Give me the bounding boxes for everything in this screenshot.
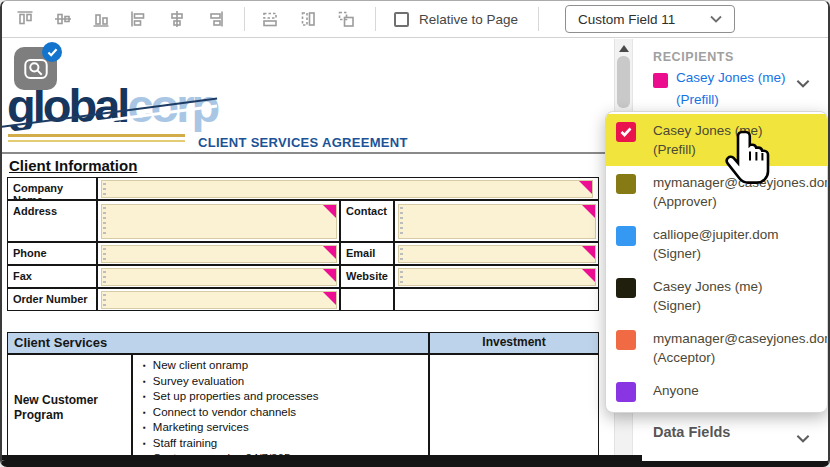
field-flag-icon xyxy=(323,246,336,259)
field-handle[interactable] xyxy=(400,271,403,283)
field-flag-icon xyxy=(582,269,595,282)
logo-underline xyxy=(8,134,185,137)
recipient-option-name: mymanager@caseyjones.dom xyxy=(653,173,828,192)
recipient-color-swatch xyxy=(616,174,636,194)
label-order-number: Order Number xyxy=(7,288,97,311)
field-type-select-value: Custom Field 11 xyxy=(578,12,675,27)
recipient-option[interactable]: mymanager@caseyjones.dom (Approver) xyxy=(606,166,827,218)
toolbar: Relative to Page Custom Field 11 xyxy=(2,1,828,38)
field-handle[interactable] xyxy=(103,271,106,283)
page-cutoff-bar xyxy=(2,455,642,462)
field-handle[interactable] xyxy=(103,207,106,236)
field-flag-icon xyxy=(579,181,592,194)
recipient-option[interactable]: Casey Jones (me) (Signer) xyxy=(606,270,827,322)
recipient-chevron-down-icon[interactable] xyxy=(796,74,810,83)
field-handle[interactable] xyxy=(400,207,403,236)
field-flag-icon xyxy=(323,292,336,305)
recipient-color-swatch xyxy=(616,278,636,298)
recipient-dropdown-menu: Casey Jones (me) (Prefill) mymanager@cas… xyxy=(605,111,828,413)
investment-cell xyxy=(429,354,599,456)
document-title: CLIENT SERVICES AGREEMENT xyxy=(198,135,408,150)
scroll-up-arrow-icon[interactable] xyxy=(619,45,629,52)
align-bottom-icon[interactable] xyxy=(90,9,111,30)
check-icon xyxy=(620,127,632,137)
title-rule xyxy=(2,152,614,154)
form-field-address[interactable] xyxy=(101,204,337,239)
program-bullets-cell: ▪ New client onramp ▪ Survey evaluation … xyxy=(132,354,429,456)
match-width-icon[interactable] xyxy=(259,9,280,30)
data-fields-chevron-down-icon[interactable] xyxy=(796,429,810,447)
recipient-option-role: (Acceptor) xyxy=(653,348,828,367)
field-flag-icon xyxy=(323,205,336,218)
label-address: Address xyxy=(7,200,97,242)
field-type-select[interactable]: Custom Field 11 xyxy=(565,5,735,33)
bullet-item: ▪ Marketing services xyxy=(143,420,428,436)
bullet-glyph: ▪ xyxy=(143,358,146,374)
recipient-option-name: Casey Jones (me) xyxy=(653,277,763,296)
form-field-contact[interactable] xyxy=(398,204,596,239)
recipient-color-swatch xyxy=(616,122,636,142)
form-field-company-name[interactable] xyxy=(101,180,593,198)
recipients-heading: RECIPIENTS xyxy=(653,50,734,64)
form-authoring-window: Relative to Page Custom Field 11 globalc… xyxy=(0,0,830,467)
toolbar-separator xyxy=(375,7,376,31)
recipient-option-name: calliope@jupiter.dom xyxy=(653,225,779,244)
field-handle[interactable] xyxy=(103,183,106,195)
selected-recipient-name[interactable]: Casey Jones (me) xyxy=(676,70,786,85)
bullet-text: Connect to vendor channels xyxy=(153,405,296,421)
program-name-cell: New Customer Program xyxy=(7,354,132,456)
field-flag-icon xyxy=(323,269,336,282)
bullet-text: New client onramp xyxy=(153,358,248,374)
client-services-header: Client Services xyxy=(7,332,429,354)
align-right-icon[interactable] xyxy=(204,9,225,30)
recipient-option-role: (Approver) xyxy=(653,192,828,211)
label-company-name: Company Name xyxy=(7,177,97,200)
label-phone: Phone xyxy=(7,242,97,265)
form-field-fax[interactable] xyxy=(101,268,337,286)
bullet-glyph: ▪ xyxy=(143,420,146,436)
align-left-icon[interactable] xyxy=(128,9,149,30)
selected-recipient-role: (Prefill) xyxy=(676,92,719,107)
align-top-icon[interactable] xyxy=(14,9,35,30)
align-vertical-center-icon[interactable] xyxy=(52,9,73,30)
form-field-phone[interactable] xyxy=(101,245,337,263)
bullet-glyph: ▪ xyxy=(143,389,146,405)
recipient-option-role: (Signer) xyxy=(653,296,763,315)
bullet-item: ▪ Set up properties and processes xyxy=(143,389,428,405)
bullet-glyph: ▪ xyxy=(143,405,146,421)
recipient-color-swatch xyxy=(616,330,636,350)
field-handle[interactable] xyxy=(103,248,106,260)
data-fields-heading[interactable]: Data Fields xyxy=(653,424,730,440)
label-email: Email xyxy=(340,242,394,265)
recipient-color-swatch xyxy=(616,226,636,246)
bullet-text: Set up properties and processes xyxy=(153,389,319,405)
recipient-option[interactable]: Anyone xyxy=(606,374,827,408)
form-field-email[interactable] xyxy=(398,245,596,263)
field-flag-icon xyxy=(582,205,595,218)
form-field-website[interactable] xyxy=(398,268,596,286)
chevron-down-icon xyxy=(710,15,722,23)
recipient-option-role: (Signer) xyxy=(653,244,779,263)
align-horizontal-center-icon[interactable] xyxy=(166,9,187,30)
field-handle[interactable] xyxy=(103,294,106,306)
bullet-glyph: ▪ xyxy=(143,436,146,452)
recipient-option[interactable]: Casey Jones (me) (Prefill) xyxy=(606,114,827,166)
bullet-item: ▪ Survey evaluation xyxy=(143,374,428,390)
field-handle[interactable] xyxy=(400,248,403,260)
relative-to-page-checkbox[interactable] xyxy=(394,12,409,27)
bullet-glyph: ▪ xyxy=(143,374,146,390)
scrollbar-thumb[interactable] xyxy=(617,56,630,108)
recipient-option[interactable]: mymanager@caseyjones.dom (Acceptor) xyxy=(606,322,827,374)
toolbar-separator xyxy=(244,7,245,31)
match-size-icon[interactable] xyxy=(335,9,356,30)
recipient-option-role: (Prefill) xyxy=(653,140,763,159)
recipient-option-name: mymanager@caseyjones.dom xyxy=(653,329,828,348)
recipient-color-swatch xyxy=(653,73,668,88)
recipient-option[interactable]: calliope@jupiter.dom (Signer) xyxy=(606,218,827,270)
label-fax: Fax xyxy=(7,265,97,288)
check-badge-icon xyxy=(42,42,62,62)
document-page: globalcorp CLIENT SERVICES AGREEMENT Cli… xyxy=(2,38,614,461)
investment-header: Investment xyxy=(429,332,599,354)
match-height-icon[interactable] xyxy=(297,9,318,30)
form-field-order-number[interactable] xyxy=(101,291,337,309)
